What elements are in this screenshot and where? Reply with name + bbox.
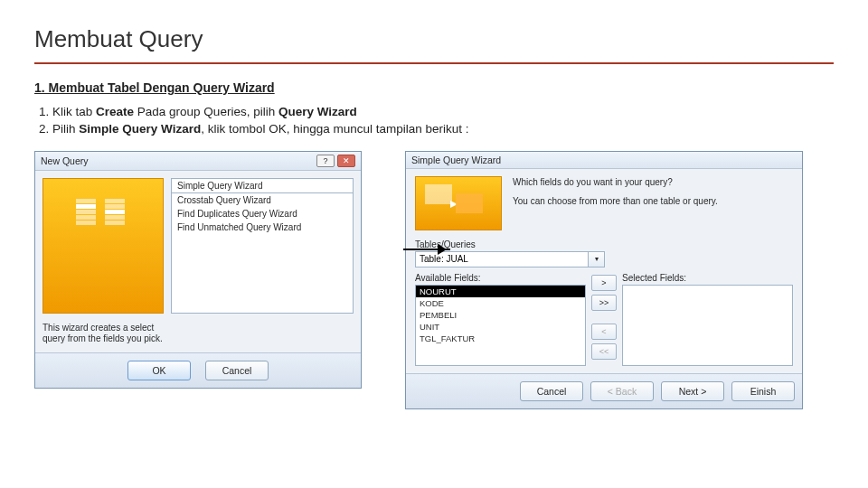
ok-button[interactable]: OK xyxy=(127,361,191,380)
available-fields-label: Available Fields: xyxy=(415,273,586,283)
wizard-prompt: Which fields do you want in your query? … xyxy=(513,176,793,230)
next-button[interactable]: Next > xyxy=(661,381,724,401)
back-button[interactable]: < Back xyxy=(590,381,654,401)
divider xyxy=(34,62,834,64)
remove-button[interactable]: < xyxy=(591,324,617,340)
tables-queries-label: Tables/Queries xyxy=(415,239,793,249)
list-item[interactable]: NOURUT xyxy=(416,286,585,297)
available-fields-list[interactable]: NOURUT KODE PEMBELI UNIT TGL_FAKTUR xyxy=(415,285,586,366)
dialog-title: New Query xyxy=(41,155,89,166)
list-item[interactable]: Find Duplicates Query Wizard xyxy=(172,207,353,221)
step-1: Klik tab Create Pada group Queries, pili… xyxy=(52,104,834,121)
chevron-down-icon[interactable]: ▾ xyxy=(589,251,605,267)
titlebar: New Query ? ✕ xyxy=(35,152,361,171)
list-item[interactable]: Simple Query Wizard xyxy=(172,179,353,193)
list-item[interactable]: PEMBELI xyxy=(416,309,585,321)
list-item[interactable]: UNIT xyxy=(416,321,585,333)
cancel-button[interactable]: Cancel xyxy=(205,361,269,380)
help-button[interactable]: ? xyxy=(316,155,335,167)
wizard-type-list[interactable]: Simple Query Wizard Crosstab Query Wizar… xyxy=(171,178,354,314)
selected-fields-list[interactable] xyxy=(622,285,793,366)
arrow-icon xyxy=(403,249,450,250)
list-item[interactable]: Find Unmatched Query Wizard xyxy=(172,221,353,234)
add-button[interactable]: > xyxy=(591,275,617,291)
list-item[interactable]: Crosstab Query Wizard xyxy=(172,193,353,207)
list-item[interactable]: KODE xyxy=(416,297,585,309)
dialog-title: Simple Query Wizard xyxy=(411,155,501,165)
cancel-button[interactable]: Cancel xyxy=(520,381,583,401)
section-subtitle: 1. Membuat Tabel Dengan Query Wizard xyxy=(34,80,834,95)
wizard-banner-image xyxy=(415,176,502,230)
selected-fields-label: Selected Fields: xyxy=(622,273,793,283)
page-title: Membuat Query xyxy=(34,25,834,53)
step-2: Pilih Simple Query Wizard, klik tombol O… xyxy=(52,121,834,138)
close-button[interactable]: ✕ xyxy=(337,155,355,167)
step-list: Klik tab Create Pada group Queries, pili… xyxy=(34,104,834,138)
add-all-button[interactable]: >> xyxy=(591,295,617,311)
wizard-description: This wizard creates a select query from … xyxy=(42,323,164,345)
simple-query-wizard-dialog: Simple Query Wizard Which fields do you … xyxy=(405,151,803,409)
list-item[interactable]: TGL_FAKTUR xyxy=(416,333,585,344)
titlebar: Simple Query Wizard xyxy=(406,152,802,169)
remove-all-button[interactable]: << xyxy=(591,343,617,360)
wizard-preview-image xyxy=(42,178,164,314)
new-query-dialog: New Query ? ✕ Simple Query Wizard xyxy=(34,151,362,389)
finish-button[interactable]: Einish xyxy=(731,381,795,401)
